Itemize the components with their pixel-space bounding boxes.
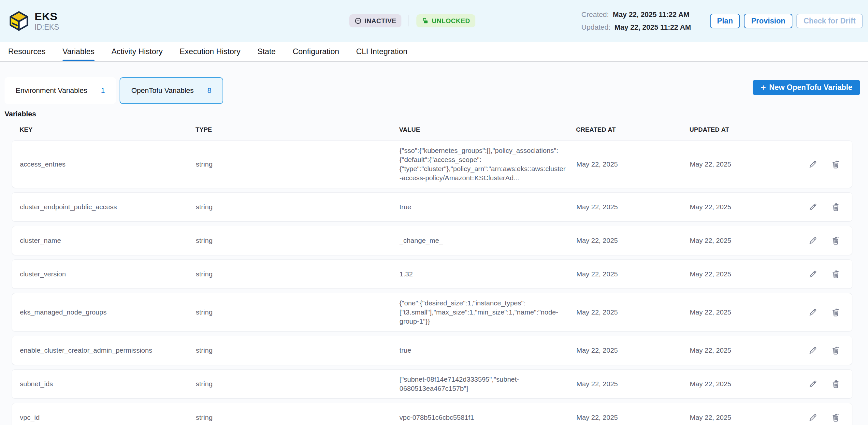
- variable-key: enable_cluster_creator_admin_permissions: [20, 346, 196, 355]
- pencil-icon: [808, 346, 817, 355]
- variable-key: subnet_ids: [20, 380, 196, 389]
- updated-label: Updated:: [581, 23, 610, 32]
- timestamps: Created: May 22, 2025 11:22 AM Updated: …: [581, 10, 691, 32]
- tab-cli-integration[interactable]: CLI Integration: [356, 42, 407, 61]
- row-actions: [808, 380, 840, 389]
- trash-icon: [831, 236, 840, 245]
- created-value: May 22, 2025 11:22 AM: [613, 10, 689, 19]
- variable-type: string: [196, 380, 400, 389]
- tab-resources[interactable]: Resources: [8, 42, 45, 61]
- column-header-created-at: CREATED AT: [576, 126, 689, 133]
- delete-variable-button[interactable]: [831, 160, 840, 169]
- table-row: vpc_id string vpc-078b51c6cbc5581f1 May …: [12, 403, 852, 425]
- delete-variable-button[interactable]: [831, 380, 840, 389]
- pencil-icon: [808, 236, 817, 245]
- status-badge: INACTIVE: [349, 14, 401, 27]
- edit-variable-button[interactable]: [808, 236, 817, 245]
- variable-value: true: [400, 203, 577, 212]
- delete-variable-button[interactable]: [831, 308, 840, 317]
- edit-variable-button[interactable]: [808, 380, 817, 389]
- status-badge-label: INACTIVE: [365, 17, 396, 25]
- tab-configuration[interactable]: Configuration: [292, 42, 339, 61]
- edit-variable-button[interactable]: [808, 308, 817, 317]
- tab-state[interactable]: State: [257, 42, 276, 61]
- tab-activity-history[interactable]: Activity History: [112, 42, 163, 61]
- delete-variable-button[interactable]: [831, 270, 840, 279]
- environment-variables-label: Environment Variables: [16, 86, 87, 95]
- variable-created-at: May 22, 2025: [577, 236, 690, 245]
- variable-type: string: [196, 270, 400, 279]
- variable-created-at: May 22, 2025: [577, 203, 690, 212]
- variable-type-switcher: Environment Variables 1 OpenTofu Variabl…: [5, 77, 860, 104]
- plan-button[interactable]: Plan: [710, 14, 740, 28]
- page-title: EKS: [34, 10, 59, 23]
- unlocked-icon: [422, 17, 429, 25]
- variable-key: cluster_version: [20, 270, 196, 279]
- variable-value: true: [400, 346, 577, 355]
- opentofu-variables-tab[interactable]: OpenTofu Variables 8: [120, 77, 223, 104]
- column-header-type: TYPE: [195, 126, 399, 133]
- new-opentofu-variable-label: New OpenTofu Variable: [769, 83, 852, 92]
- table-row: cluster_name string _change_me_ May 22, …: [12, 226, 852, 255]
- cube-logo-icon: [8, 10, 29, 31]
- variable-type: string: [196, 308, 400, 317]
- column-header-key: KEY: [20, 126, 195, 133]
- edit-variable-button[interactable]: [808, 346, 817, 355]
- variable-value: ["subnet-08f14e7142d333595","subnet-0680…: [400, 375, 577, 393]
- variable-created-at: May 22, 2025: [577, 380, 690, 389]
- table-row: access_entries string {"sso":{"kubernete…: [12, 141, 852, 188]
- variable-key: eks_managed_node_groups: [20, 308, 196, 317]
- pencil-icon: [808, 203, 817, 212]
- variable-created-at: May 22, 2025: [577, 308, 690, 317]
- variable-value: {"one":{"desired_size":1,"instance_types…: [400, 299, 577, 326]
- trash-icon: [831, 203, 840, 212]
- edit-variable-button[interactable]: [808, 270, 817, 279]
- environment-variables-tab[interactable]: Environment Variables 1: [5, 77, 116, 104]
- pencil-icon: [808, 308, 817, 317]
- edit-variable-button[interactable]: [808, 203, 817, 212]
- variable-created-at: May 22, 2025: [577, 270, 690, 279]
- variable-updated-at: May 22, 2025: [690, 236, 808, 245]
- delete-variable-button[interactable]: [831, 413, 840, 422]
- variables-table-body: access_entries string {"sso":{"kubernete…: [12, 141, 852, 425]
- variable-updated-at: May 22, 2025: [690, 308, 808, 317]
- variable-type: string: [196, 413, 400, 422]
- variables-table: KEY TYPE VALUE CREATED AT UPDATED AT acc…: [12, 126, 852, 425]
- variables-page: Environment Variables 1 OpenTofu Variabl…: [0, 77, 868, 425]
- pencil-icon: [808, 270, 817, 279]
- variable-key: access_entries: [20, 160, 196, 169]
- updated-value: May 22, 2025 11:22 AM: [615, 23, 691, 32]
- variable-updated-at: May 22, 2025: [690, 270, 808, 279]
- opentofu-variables-count: 8: [208, 86, 212, 95]
- delete-variable-button[interactable]: [831, 346, 840, 355]
- variable-created-at: May 22, 2025: [577, 413, 690, 422]
- plus-icon: +: [761, 83, 766, 92]
- variable-value: 1.32: [400, 270, 577, 279]
- environment-variables-count: 1: [101, 86, 105, 95]
- variables-table-header: KEY TYPE VALUE CREATED AT UPDATED AT: [12, 126, 852, 133]
- column-header-updated-at: UPDATED AT: [689, 126, 808, 133]
- provision-button[interactable]: Provision: [744, 14, 793, 28]
- variable-type: string: [196, 346, 400, 355]
- created-label: Created:: [581, 10, 609, 19]
- trash-icon: [831, 413, 840, 422]
- trash-icon: [831, 270, 840, 279]
- row-actions: [808, 270, 840, 279]
- edit-variable-button[interactable]: [808, 413, 817, 422]
- table-row: subnet_ids string ["subnet-08f14e7142d33…: [12, 369, 852, 399]
- tab-execution-history[interactable]: Execution History: [180, 42, 241, 61]
- variable-updated-at: May 22, 2025: [690, 203, 808, 212]
- edit-variable-button[interactable]: [808, 160, 817, 169]
- new-opentofu-variable-button[interactable]: + New OpenTofu Variable: [753, 80, 860, 95]
- tab-variables[interactable]: Variables: [63, 42, 94, 61]
- variable-type: string: [196, 203, 400, 212]
- variable-value: vpc-078b51c6cbc5581f1: [400, 413, 577, 422]
- delete-variable-button[interactable]: [831, 236, 840, 245]
- delete-variable-button[interactable]: [831, 203, 840, 212]
- check-for-drift-button[interactable]: Check for Drift: [796, 14, 863, 28]
- variable-updated-at: May 22, 2025: [690, 346, 808, 355]
- header-actions: Plan Provision Check for Drift: [710, 14, 863, 28]
- variable-value: {"sso":{"kubernetes_groups":[],"policy_a…: [400, 146, 577, 183]
- table-row: cluster_endpoint_public_access string tr…: [12, 192, 852, 222]
- opentofu-variables-label: OpenTofu Variables: [131, 86, 194, 95]
